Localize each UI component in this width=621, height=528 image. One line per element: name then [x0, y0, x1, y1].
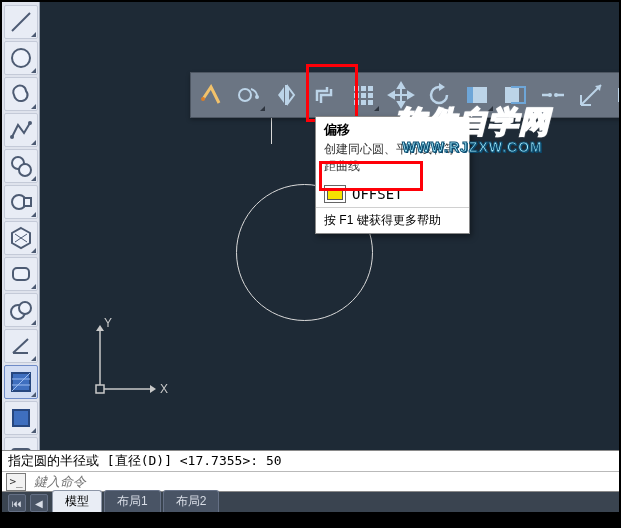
svg-point-5 — [19, 164, 31, 176]
command-prompt-icon: >_ — [6, 473, 26, 491]
polyline-tool[interactable] — [4, 113, 38, 147]
svg-point-2 — [10, 135, 14, 139]
svg-point-23 — [255, 95, 259, 99]
svg-rect-32 — [368, 100, 373, 105]
svg-marker-36 — [398, 102, 404, 107]
trim-icon[interactable] — [459, 77, 495, 113]
rounded-rect-tool[interactable] — [4, 257, 38, 291]
svg-rect-31 — [361, 100, 366, 105]
svg-rect-29 — [368, 93, 373, 98]
cad-window: 偏移 创建同心圆、平行线和等距曲线 OFFSET 按 F1 键获得更多帮助 软件… — [0, 0, 621, 528]
offset-small-icon — [324, 185, 346, 203]
svg-rect-26 — [368, 86, 373, 91]
ucs-icon: X Y — [84, 315, 174, 408]
stretch-icon[interactable] — [611, 77, 619, 113]
svg-rect-18 — [13, 410, 29, 426]
ucs-y-label: Y — [104, 316, 112, 330]
draw-order-icon[interactable] — [193, 77, 229, 113]
svg-rect-30 — [354, 100, 359, 105]
scale-icon[interactable] — [573, 77, 609, 113]
tooltip-title: 偏移 — [316, 117, 469, 141]
layout-tab-bar: ⏮ ◀ 模型 布局1 布局2 — [2, 492, 619, 512]
offset-icon[interactable] — [307, 77, 343, 113]
svg-rect-42 — [505, 87, 519, 103]
svg-rect-24 — [354, 86, 359, 91]
break-line-icon[interactable] — [535, 77, 571, 113]
status-bar-strip — [2, 512, 619, 526]
tab-nav-prev[interactable]: ◀ — [30, 494, 48, 512]
tab-layout2[interactable]: 布局2 — [163, 490, 220, 512]
overlap-circles-tool[interactable] — [4, 293, 38, 327]
left-draw-toolbar — [2, 2, 40, 472]
square-tool[interactable] — [4, 401, 38, 435]
tab-model[interactable]: 模型 — [52, 490, 102, 512]
svg-point-13 — [19, 302, 31, 314]
svg-rect-7 — [24, 198, 31, 206]
svg-point-22 — [239, 89, 251, 101]
tooltip-f1-hint: 按 F1 键获得更多帮助 — [316, 207, 469, 233]
svg-rect-11 — [13, 268, 29, 280]
array-icon[interactable] — [345, 77, 381, 113]
command-input-row: >_ — [2, 472, 619, 491]
tab-layout1[interactable]: 布局1 — [104, 490, 161, 512]
fillet-icon[interactable] — [231, 77, 267, 113]
svg-point-45 — [548, 93, 552, 97]
svg-point-46 — [554, 93, 558, 97]
circle-tool[interactable] — [4, 41, 38, 75]
move-icon[interactable] — [383, 77, 419, 113]
command-history-line: 指定圆的半径或 [直径(D)] <17.7355>: 50 — [2, 451, 619, 472]
svg-point-21 — [201, 97, 205, 101]
svg-marker-39 — [439, 83, 445, 91]
blob-tool[interactable] — [4, 77, 38, 111]
svg-marker-37 — [389, 92, 394, 98]
command-line-panel: 指定圆的半径或 [直径(D)] <17.7355>: 50 >_ — [2, 450, 619, 492]
command-input[interactable] — [32, 473, 615, 490]
rotate-icon[interactable] — [421, 77, 457, 113]
hatch-hex-tool[interactable] — [4, 221, 38, 255]
circle-slot-tool[interactable] — [4, 185, 38, 219]
offset-tooltip: 偏移 创建同心圆、平行线和等距曲线 OFFSET 按 F1 键获得更多帮助 — [315, 116, 470, 234]
hatch-square-tool[interactable] — [4, 365, 38, 399]
svg-point-1 — [12, 49, 30, 67]
svg-rect-41 — [473, 87, 487, 103]
angle-tool[interactable] — [4, 329, 38, 363]
svg-point-3 — [28, 121, 32, 125]
tooltip-command-row: OFFSET — [316, 181, 469, 207]
svg-marker-38 — [408, 92, 413, 98]
tooltip-command-text: OFFSET — [352, 186, 403, 202]
svg-rect-27 — [354, 93, 359, 98]
svg-rect-25 — [361, 86, 366, 91]
svg-line-0 — [12, 13, 30, 31]
line-tool[interactable] — [4, 5, 38, 39]
modify-toolbar — [190, 72, 619, 118]
extend-icon[interactable] — [497, 77, 533, 113]
svg-rect-54 — [96, 385, 104, 393]
mirror-icon[interactable] — [269, 77, 305, 113]
two-circles-tool[interactable] — [4, 149, 38, 183]
tooltip-description: 创建同心圆、平行线和等距曲线 — [316, 141, 469, 181]
svg-marker-35 — [398, 83, 404, 88]
model-viewport[interactable]: 偏移 创建同心圆、平行线和等距曲线 OFFSET 按 F1 键获得更多帮助 软件… — [40, 2, 619, 456]
ucs-x-label: X — [160, 382, 168, 396]
tab-nav-first[interactable]: ⏮ — [8, 494, 26, 512]
svg-rect-28 — [361, 93, 366, 98]
